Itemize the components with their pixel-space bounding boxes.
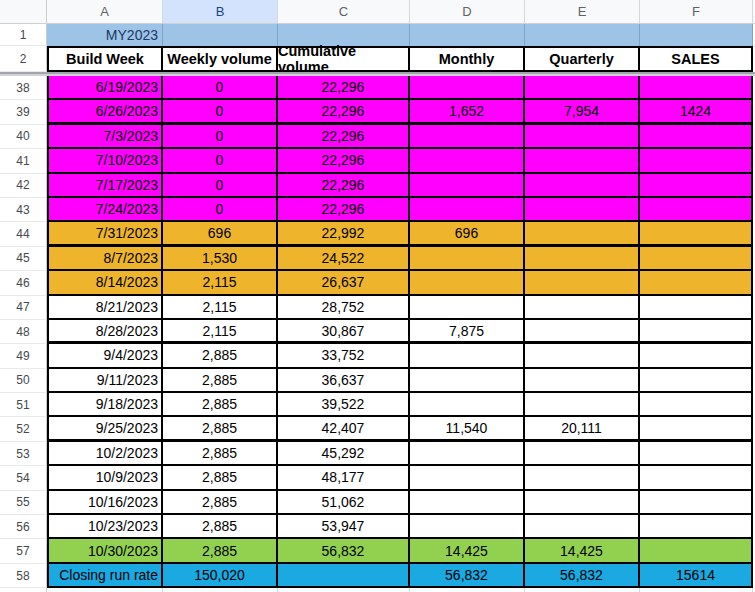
cell-e38[interactable] — [525, 76, 640, 100]
row-number-53[interactable]: 53 — [0, 442, 47, 466]
cell-c43[interactable]: 22,296 — [278, 198, 410, 222]
column-header-c[interactable]: C — [278, 0, 410, 23]
cell-e56[interactable] — [525, 515, 640, 539]
cell-b54[interactable]: 2,885 — [163, 466, 278, 490]
row-number-51[interactable]: 51 — [0, 393, 47, 417]
cell-f43[interactable] — [640, 198, 753, 222]
cell-b45[interactable]: 1,530 — [163, 247, 278, 271]
cell-d46[interactable] — [410, 271, 525, 295]
cell-e53[interactable] — [525, 442, 640, 466]
cell-e51[interactable] — [525, 393, 640, 417]
cell-d43[interactable] — [410, 198, 525, 222]
cell-d54[interactable] — [410, 466, 525, 490]
row-number-54[interactable]: 54 — [0, 466, 47, 490]
cell-b55[interactable]: 2,885 — [163, 491, 278, 515]
cell-e44[interactable] — [525, 222, 640, 246]
cell-c44[interactable]: 22,992 — [278, 222, 410, 246]
row-number-56[interactable]: 56 — [0, 515, 47, 539]
column-header-a[interactable]: A — [47, 0, 163, 23]
cell-f39[interactable]: 1424 — [640, 100, 753, 124]
cell-f1[interactable] — [640, 24, 753, 46]
cell-b58[interactable]: 150,020 — [163, 564, 278, 588]
cell-f54[interactable] — [640, 466, 753, 490]
cell-a51[interactable]: 9/18/2023 — [47, 393, 163, 417]
cell-c41[interactable]: 22,296 — [278, 149, 410, 173]
cell-d53[interactable] — [410, 442, 525, 466]
header-weekly-volume[interactable]: Weekly volume — [163, 46, 278, 72]
cell-e40[interactable] — [525, 125, 640, 149]
cell-f47[interactable] — [640, 296, 753, 320]
cell-a54[interactable]: 10/9/2023 — [47, 466, 163, 490]
cell-a56[interactable]: 10/23/2023 — [47, 515, 163, 539]
cell-f38[interactable] — [640, 76, 753, 100]
cell-b50[interactable]: 2,885 — [163, 369, 278, 393]
cell-e58[interactable]: 56,832 — [525, 564, 640, 588]
cell-a38[interactable]: 6/19/2023 — [47, 76, 163, 100]
cell-a41[interactable]: 7/10/2023 — [47, 149, 163, 173]
row-number-50[interactable]: 50 — [0, 369, 47, 393]
cell-c57[interactable]: 56,832 — [278, 539, 410, 563]
cell-e50[interactable] — [525, 369, 640, 393]
cell-e46[interactable] — [525, 271, 640, 295]
cell-f57[interactable] — [640, 539, 753, 563]
row-number-55[interactable]: 55 — [0, 491, 47, 515]
cell-f58[interactable]: 15614 — [640, 564, 753, 588]
cell-d55[interactable] — [410, 491, 525, 515]
cell-b48[interactable]: 2,115 — [163, 320, 278, 344]
cell-c53[interactable]: 45,292 — [278, 442, 410, 466]
row-number-38[interactable]: 38 — [0, 76, 47, 100]
cell-a48[interactable]: 8/28/2023 — [47, 320, 163, 344]
cell-b44[interactable]: 696 — [163, 222, 278, 246]
cell-b43[interactable]: 0 — [163, 198, 278, 222]
cell-e47[interactable] — [525, 296, 640, 320]
cell-e39[interactable]: 7,954 — [525, 100, 640, 124]
cell-c38[interactable]: 22,296 — [278, 76, 410, 100]
cell-f40[interactable] — [640, 125, 753, 149]
cell-c45[interactable]: 24,522 — [278, 247, 410, 271]
cell-d1[interactable] — [410, 24, 525, 46]
cell-b1[interactable] — [163, 24, 278, 46]
cell-a58[interactable]: Closing run rate — [47, 564, 163, 588]
cell-c42[interactable]: 22,296 — [278, 174, 410, 198]
cell-a52[interactable]: 9/25/2023 — [47, 417, 163, 441]
header-sales[interactable]: SALES — [640, 46, 753, 72]
cell-e57[interactable]: 14,425 — [525, 539, 640, 563]
column-header-e[interactable]: E — [525, 0, 640, 23]
cell-f52[interactable] — [640, 417, 753, 441]
row-number-58[interactable]: 58 — [0, 564, 47, 588]
cell-b51[interactable]: 2,885 — [163, 393, 278, 417]
row-number-52[interactable]: 52 — [0, 417, 47, 441]
row-number-48[interactable]: 48 — [0, 320, 47, 344]
cell-d47[interactable] — [410, 296, 525, 320]
cell-d51[interactable] — [410, 393, 525, 417]
cell-f48[interactable] — [640, 320, 753, 344]
cell-d56[interactable] — [410, 515, 525, 539]
row-number-2[interactable]: 2 — [0, 46, 47, 72]
cell-f56[interactable] — [640, 515, 753, 539]
cell-c56[interactable]: 53,947 — [278, 515, 410, 539]
cell-b46[interactable]: 2,115 — [163, 271, 278, 295]
cell-e55[interactable] — [525, 491, 640, 515]
cell-d44[interactable]: 696 — [410, 222, 525, 246]
cell-d58[interactable]: 56,832 — [410, 564, 525, 588]
cell-d38[interactable] — [410, 76, 525, 100]
cell-b38[interactable]: 0 — [163, 76, 278, 100]
cell-a57[interactable]: 10/30/2023 — [47, 539, 163, 563]
cell-e45[interactable] — [525, 247, 640, 271]
cell-c55[interactable]: 51,062 — [278, 491, 410, 515]
cell-b47[interactable]: 2,115 — [163, 296, 278, 320]
cell-a39[interactable]: 6/26/2023 — [47, 100, 163, 124]
column-header-d[interactable]: D — [410, 0, 525, 23]
cell-e54[interactable] — [525, 466, 640, 490]
cell-f51[interactable] — [640, 393, 753, 417]
cell-f46[interactable] — [640, 271, 753, 295]
cell-c48[interactable]: 30,867 — [278, 320, 410, 344]
cell-b49[interactable]: 2,885 — [163, 344, 278, 368]
cell-a45[interactable]: 8/7/2023 — [47, 247, 163, 271]
cell-c52[interactable]: 42,407 — [278, 417, 410, 441]
cell-b56[interactable]: 2,885 — [163, 515, 278, 539]
row-number-43[interactable]: 43 — [0, 198, 47, 222]
cell-d57[interactable]: 14,425 — [410, 539, 525, 563]
cell-d52[interactable]: 11,540 — [410, 417, 525, 441]
cell-d39[interactable]: 1,652 — [410, 100, 525, 124]
